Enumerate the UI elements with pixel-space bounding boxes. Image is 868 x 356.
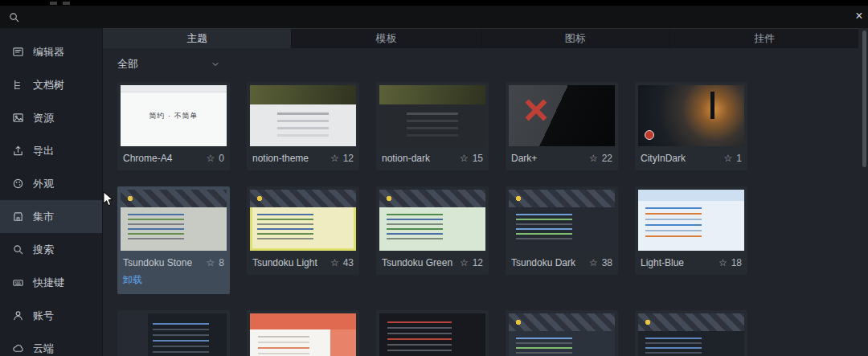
theme-thumbnail xyxy=(638,313,744,356)
theme-thumbnail xyxy=(379,313,485,356)
star-count: 38 xyxy=(589,257,612,268)
titlebar-mark xyxy=(50,2,57,5)
theme-thumbnail xyxy=(638,85,744,146)
theme-name: Dark+ xyxy=(511,153,537,164)
theme-name: notion-theme xyxy=(252,153,309,164)
titlebar-mark xyxy=(63,2,70,5)
settings-search-bar: × xyxy=(0,6,868,28)
theme-card[interactable]: Light-Blue18 xyxy=(635,186,747,275)
tab-templates[interactable]: 模板 xyxy=(291,29,480,48)
settings-dialog: 编辑器 文档树 资源 导出 外观 集市 xyxy=(0,28,868,356)
tab-widgets[interactable]: 挂件 xyxy=(669,29,858,48)
theme-name: Tsundoku Dark xyxy=(511,257,575,268)
filter-dropdown[interactable]: 全部 xyxy=(117,56,220,72)
star-count: 18 xyxy=(719,257,742,268)
tab-themes[interactable]: 主题 xyxy=(103,29,291,48)
image-icon xyxy=(12,112,24,124)
theme-card[interactable]: Tsundoku Green12 xyxy=(376,186,489,275)
star-count: 15 xyxy=(460,153,483,164)
sidebar-item-assets[interactable]: 资源 xyxy=(0,101,102,134)
sidebar-item-doc-tree[interactable]: 文档树 xyxy=(0,68,102,101)
chevron-down-icon xyxy=(211,59,220,69)
theme-card[interactable] xyxy=(635,310,747,356)
theme-thumbnail xyxy=(509,190,615,251)
sidebar-item-hotkeys[interactable]: 快捷键 xyxy=(0,266,102,299)
star-icon xyxy=(724,153,733,164)
sidebar-item-cloud[interactable]: 云端 xyxy=(0,332,102,356)
palette-icon xyxy=(12,178,24,190)
theme-card[interactable] xyxy=(117,310,230,356)
settings-window: × 编辑器 文档树 资源 导出 外观 xyxy=(0,0,868,356)
star-count: 0 xyxy=(207,153,224,164)
sidebar-item-label: 外观 xyxy=(33,177,54,191)
theme-thumbnail xyxy=(121,190,227,251)
doc-tree-icon xyxy=(12,79,24,91)
star-icon xyxy=(330,153,339,164)
theme-thumbnail xyxy=(509,85,615,146)
theme-thumbnail xyxy=(250,313,356,356)
theme-name: notion-dark xyxy=(382,153,430,164)
sidebar-item-label: 编辑器 xyxy=(33,45,64,59)
theme-thumbnail xyxy=(250,190,356,251)
theme-name: Tsundoku Stone xyxy=(123,257,192,268)
star-icon xyxy=(589,257,598,268)
theme-card[interactable]: Tsundoku Dark38 xyxy=(506,186,618,275)
sidebar-item-label: 云端 xyxy=(33,342,54,356)
theme-card[interactable]: notion-dark15 xyxy=(376,82,489,170)
theme-card[interactable] xyxy=(247,310,359,356)
sidebar-item-label: 文档树 xyxy=(33,78,64,92)
theme-card[interactable]: Dark+22 xyxy=(506,82,618,170)
theme-thumbnail xyxy=(250,85,356,146)
theme-card-installed[interactable]: Tsundoku Stone8 卸载 xyxy=(117,186,230,294)
sidebar-item-editor[interactable]: 编辑器 xyxy=(0,35,102,68)
store-icon xyxy=(12,211,24,223)
editor-icon xyxy=(12,46,24,58)
theme-card[interactable] xyxy=(376,310,489,356)
search-icon xyxy=(8,11,20,23)
person-icon xyxy=(12,309,24,321)
theme-card[interactable]: notion-theme12 xyxy=(247,82,359,170)
star-icon xyxy=(207,257,215,268)
star-icon xyxy=(589,153,598,164)
star-icon xyxy=(330,257,339,268)
sidebar-item-appearance[interactable]: 外观 xyxy=(0,167,102,200)
star-count: 22 xyxy=(589,153,612,164)
scrollbar-thumb[interactable] xyxy=(862,31,866,167)
theme-thumbnail xyxy=(509,313,615,356)
star-count: 43 xyxy=(330,257,354,268)
uninstall-link[interactable]: 卸载 xyxy=(121,272,227,291)
star-count: 12 xyxy=(460,257,483,268)
cloud-icon xyxy=(12,342,24,354)
theme-name: Light-Blue xyxy=(641,257,684,268)
filter-value: 全部 xyxy=(117,57,138,72)
theme-name: Tsundoku Light xyxy=(252,257,317,268)
search-icon xyxy=(12,243,24,256)
keyboard-icon xyxy=(12,276,24,288)
export-icon xyxy=(12,145,24,157)
search-input[interactable] xyxy=(27,11,860,23)
sidebar-item-label: 导出 xyxy=(33,144,54,158)
theme-thumbnail xyxy=(379,85,485,146)
sidebar-item-search[interactable]: 搜索 xyxy=(0,233,102,266)
close-icon[interactable]: × xyxy=(852,8,866,24)
theme-thumbnail xyxy=(121,313,227,356)
tab-icons[interactable]: 图标 xyxy=(481,29,669,48)
theme-name: Chrome-A4 xyxy=(123,153,172,164)
theme-thumbnail: 简约 · 不简单 xyxy=(121,85,227,146)
theme-card[interactable]: CityInDark1 xyxy=(635,82,747,170)
sidebar-item-account[interactable]: 账号 xyxy=(0,299,102,332)
theme-card[interactable]: Tsundoku Light43 xyxy=(247,186,359,275)
star-icon xyxy=(460,153,469,164)
sidebar-item-label: 快捷键 xyxy=(33,276,64,290)
theme-card[interactable]: 简约 · 不简单 Chrome-A40 xyxy=(117,82,230,170)
star-count: 8 xyxy=(207,257,224,268)
sidebar-item-export[interactable]: 导出 xyxy=(0,134,102,167)
sidebar-item-label: 集市 xyxy=(33,210,54,224)
sidebar-item-label: 账号 xyxy=(33,309,54,323)
theme-card[interactable] xyxy=(506,310,618,356)
sidebar-item-marketplace[interactable]: 集市 xyxy=(0,200,102,233)
sidebar-item-label: 搜索 xyxy=(33,243,54,257)
star-count: 12 xyxy=(330,153,354,164)
app-titlebar xyxy=(0,0,868,6)
theme-grid: 简约 · 不简单 Chrome-A40 notion-theme12 notio… xyxy=(117,82,868,356)
